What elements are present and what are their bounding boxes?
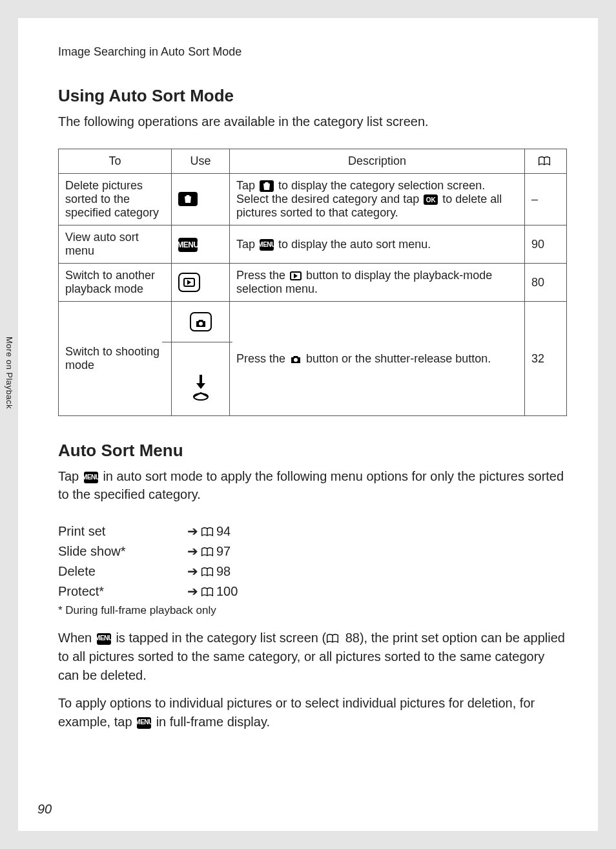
svg-point-1 [194,393,208,400]
side-tab-label: More on Playback [5,337,14,409]
menu-icon: MENU [260,239,274,251]
trash-icon [178,192,198,206]
paragraph: To apply options to individual pictures … [58,694,567,731]
book-icon [201,587,214,598]
cell-to: Delete pictures sorted to the specified … [59,174,172,225]
operations-table: To Use Description Delete pictures sorte… [58,149,567,416]
book-icon [201,527,214,538]
cell-desc: Press the button to display the playback… [230,264,525,302]
menu-icon: MENU [84,472,98,483]
book-icon [326,634,339,644]
section-heading: Auto Sort Menu [58,441,567,461]
ok-icon: OK [424,194,438,205]
section-heading: Using Auto Sort Mode [58,86,567,106]
cell-ref: 90 [525,225,567,264]
page-number: 90 [37,802,52,817]
cell-use [172,174,230,225]
cell-to: View auto sort menu [59,225,172,264]
menu-item: Slide show* ➔97 [58,541,567,561]
menu-item: Delete ➔98 [58,561,567,582]
page-body: Image Searching in Auto Sort Mode Using … [18,18,598,831]
table-row: Switch to another playback mode Press th… [59,264,567,302]
trash-icon [260,180,274,192]
col-header-use: Use [172,149,230,174]
cell-ref: – [525,174,567,225]
footnote: * During full-frame playback only [58,604,567,617]
section-intro: Tap MENU in auto sort mode to apply the … [58,467,567,503]
cell-desc: Tap to display the category selection sc… [230,174,525,225]
cell-use [172,302,230,416]
table-row: View auto sort menu MENU Tap MENU to dis… [59,225,567,264]
menu-item: Protect* ➔100 [58,582,567,602]
table-row: Switch to shooting mode [59,302,567,416]
cell-desc: Tap MENU to display the auto sort menu. [230,225,525,264]
menu-item: Print set ➔94 [58,521,567,541]
col-header-to: To [59,149,172,174]
menu-icon: MENU [137,717,151,729]
camera-icon [290,355,302,364]
col-header-ref [525,149,567,174]
col-header-desc: Description [230,149,525,174]
cell-to: Switch to another playback mode [59,264,172,302]
playback-icon [290,271,302,280]
table-row: Delete pictures sorted to the specified … [59,174,567,225]
section-intro: The following operations are available i… [58,112,567,131]
cell-ref: 32 [525,302,567,416]
breadcrumb: Image Searching in Auto Sort Mode [58,45,567,59]
book-icon [201,567,214,578]
cell-desc: Press the button or the shutter-release … [230,302,525,416]
playback-icon [178,273,200,292]
cell-use: MENU [172,225,230,264]
cell-use [172,264,230,302]
menu-options-list: Print set ➔94 Slide show* ➔97 Delete ➔98… [58,521,567,602]
menu-icon: MENU [178,238,198,252]
book-icon [538,156,551,167]
book-icon [201,547,214,558]
cell-to: Switch to shooting mode [59,302,172,416]
paragraph: When MENU is tapped in the category list… [58,629,567,685]
shutter-icon [191,363,210,415]
menu-icon: MENU [97,633,111,645]
camera-icon [190,312,212,331]
side-tab: More on Playback [0,319,18,426]
cell-ref: 80 [525,264,567,302]
